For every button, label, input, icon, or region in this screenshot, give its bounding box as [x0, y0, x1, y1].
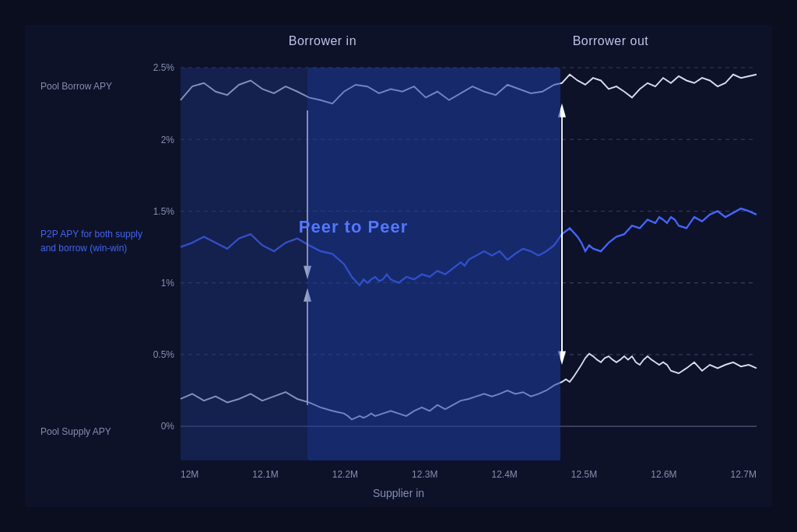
peer-to-peer-label: Peer to Peer	[299, 217, 408, 237]
y-tick-2: 2%	[161, 134, 174, 145]
x-tick-12-7m: 12.7M	[731, 469, 757, 480]
x-tick-12-6m: 12.6M	[651, 469, 676, 480]
x-tick-12-4m: 12.4M	[491, 469, 517, 480]
y-tick-1-5: 1.5%	[153, 205, 174, 217]
x-tick-12-5m: 12.5M	[571, 469, 597, 480]
pool-supply-apy-label: Pool Supply APY	[40, 426, 111, 437]
x-tick-12-2m: 12.2M	[332, 469, 358, 480]
pool-borrow-apy-label: Pool Borrow APY	[40, 81, 112, 92]
y-tick-0-5: 0.5%	[153, 349, 174, 361]
chart-container: Borrower in Borrower out Pool Borrow APY…	[25, 25, 772, 507]
header-labels: Borrower in Borrower out	[181, 34, 757, 48]
x-tick-12-1m: 12.1M	[252, 469, 278, 480]
y-tick-1: 1%	[161, 278, 174, 289]
shaded-region-center	[307, 68, 561, 460]
x-tick-12m: 12M	[181, 469, 198, 480]
shaded-region-left	[181, 68, 307, 460]
y-tick-2-5: 2.5%	[153, 62, 174, 74]
borrower-out-label: Borrower out	[573, 34, 649, 48]
x-axis-title: Supplier in	[373, 487, 424, 499]
chart-area: Peer to Peer 2.5% 2% 1.5%	[181, 68, 757, 460]
y-tick-0: 0%	[161, 421, 174, 432]
borrower-in-label: Borrower in	[289, 34, 356, 48]
x-axis: 12M 12.1M 12.2M 12.3M 12.4M 12.5M 12.6M …	[181, 469, 757, 480]
p2p-apy-label: P2P APY for both supply and borrow (win-…	[40, 227, 149, 255]
x-tick-12-3m: 12.3M	[412, 469, 437, 480]
